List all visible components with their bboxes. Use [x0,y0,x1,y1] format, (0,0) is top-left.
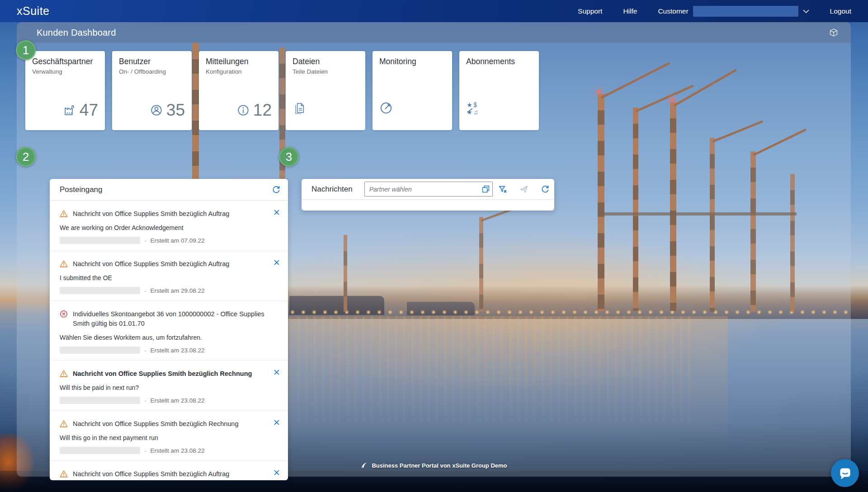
inbox-message-row[interactable]: Nachricht von Office Supplies Smith bezü… [50,201,288,251]
customer-name-redacted [693,6,798,17]
redacted-sender-bar [60,237,140,244]
message-title: Individuelles Skontoangebot 36 von 10000… [73,309,267,328]
created-date: Erstellt am 23.08.22 [151,447,205,454]
tile-subtitle: Konfiguration [206,68,272,75]
customer-label: Customer [658,7,688,15]
redacted-sender-bar [60,397,140,404]
tile-gesch-ftspartner[interactable]: Geschäftspartner Verwaltung 47 [25,51,105,130]
inbox-panel-header: Posteingang [50,179,288,201]
inbox-message-row[interactable]: Nachricht von Office Supplies Smith bezü… [50,251,288,301]
warning-icon [60,370,68,378]
chevron-down-icon [803,9,809,13]
chat-launcher[interactable] [831,459,859,487]
tile-title: Mitteilungen [206,57,272,66]
partner-input[interactable] [364,182,493,197]
tile-mitteilungen[interactable]: Mitteilungen Konfiguration 12 [199,51,278,130]
message-body: Will this be paid in next run? [60,384,267,391]
support-link[interactable]: Support [578,7,602,15]
message-header: Nachricht von Office Supplies Smith bezü… [60,209,267,219]
tile-subtitle: On- / Offboarding [119,68,185,75]
redacted-sender-bar [60,447,140,454]
message-header: Individuelles Skontoangebot 36 von 10000… [60,309,267,328]
warning-icon [60,210,68,218]
inbox-panel: Posteingang Nachricht von Office Supplie… [50,179,288,480]
inbox-message-row[interactable]: Nachricht von Office Supplies Smith bezü… [50,361,288,411]
tile-abonnements[interactable]: Abonnements ★$★♫ [459,51,539,130]
message-footer: · Erstellt am 23.08.22 [60,347,267,354]
message-title: Nachricht von Office Supplies Smith bezü… [73,259,229,269]
message-body: We are working on Order Acknowledgement [60,224,267,231]
tile-title: Abonnements [466,57,532,66]
step-badge-2: 2 [16,147,36,167]
tile-count: 35 [166,102,185,118]
message-header: Nachricht von Office Supplies Smith bezü… [60,469,267,479]
documents-icon [292,101,306,115]
tile-benutzer[interactable]: Benutzer On- / Offboarding 35 [112,51,192,130]
tile-title: Geschäftspartner [32,57,98,66]
separator-dot: · [144,447,146,454]
close-icon[interactable] [273,469,280,476]
tile-kpi: 47 [63,102,98,118]
product-cube-icon[interactable] [829,28,838,37]
tile-subtitle [379,68,445,75]
message-header: Nachricht von Office Supplies Smith bezü… [60,369,267,379]
separator-dot: · [144,237,146,244]
partner-input-wrap [364,182,493,197]
inbox-message-row[interactable]: Individuelles Skontoangebot 36 von 10000… [50,301,288,361]
refresh-icon[interactable] [272,185,281,194]
message-header: Nachricht von Office Supplies Smith bezü… [60,419,267,429]
clear-filter-icon[interactable] [498,185,507,194]
top-nav: Support Hilfe Customer Logout [578,6,851,17]
tile-dateien[interactable]: Dateien Teile Dateien [286,51,365,130]
svg-text:$: $ [473,102,477,108]
factory-icon [63,104,76,117]
tile-title: Benutzer [119,57,185,66]
message-title: Nachricht von Office Supplies Smith bezü… [73,209,229,219]
svg-text:♫: ♫ [473,109,478,115]
person-icon [150,104,163,117]
message-body: I submitted the OE [60,274,267,281]
message-body: Will this go in the next payment run [60,434,267,441]
separator-dot: · [144,287,146,294]
brand-logo: xSuite [17,5,49,18]
tile-subtitle: Verwaltung [32,68,98,75]
inbox-message-row[interactable]: Nachricht von Office Supplies Smith bezü… [50,411,288,461]
xsuite-mark-icon [360,462,368,469]
help-link[interactable]: Hilfe [623,7,637,15]
message-header: Nachricht von Office Supplies Smith bezü… [60,259,267,269]
tile-kpi: 35 [150,102,185,118]
tile-title: Dateien [292,57,359,66]
nachrichten-header: Nachrichten [302,179,554,200]
logout-link[interactable]: Logout [830,7,851,15]
close-icon[interactable] [273,369,280,375]
close-icon[interactable] [273,419,280,426]
separator-dot: · [144,347,146,354]
svg-text:★: ★ [467,102,472,108]
nachrichten-actions [498,185,550,194]
send-icon[interactable] [519,185,528,194]
message-body: Wählen Sie dieses Workitem aus, um fortz… [60,334,267,341]
subscription-icon: ★$★♫ [466,101,480,115]
created-date: Erstellt am 23.08.22 [151,397,205,404]
created-date: Erstellt am 29.08.22 [151,287,205,294]
message-title: Nachricht von Office Supplies Smith bezü… [73,469,229,479]
customer-select[interactable]: Customer [658,6,809,17]
nachrichten-panel: Nachrichten [302,179,554,211]
tile-kpi: ★$★♫ [466,101,480,115]
page-title: Kunden Dashboard [37,28,116,38]
tile-monitoring[interactable]: Monitoring [373,51,452,130]
top-bar: xSuite Support Hilfe Customer Logout [0,0,868,22]
error-icon [60,310,68,318]
close-icon[interactable] [273,209,280,216]
value-help-icon[interactable] [482,185,490,193]
page-header: Kunden Dashboard [17,22,851,43]
close-icon[interactable] [273,259,280,266]
refresh-icon[interactable] [541,185,550,194]
message-footer: · Erstellt am 23.08.22 [60,397,267,404]
warning-icon [60,470,68,478]
message-footer: · Erstellt am 07.09.22 [60,237,267,244]
tile-title: Monitoring [379,57,445,66]
step-badge-3: 3 [279,147,299,167]
warning-icon [60,420,68,428]
step-badge-1: 1 [16,40,36,60]
